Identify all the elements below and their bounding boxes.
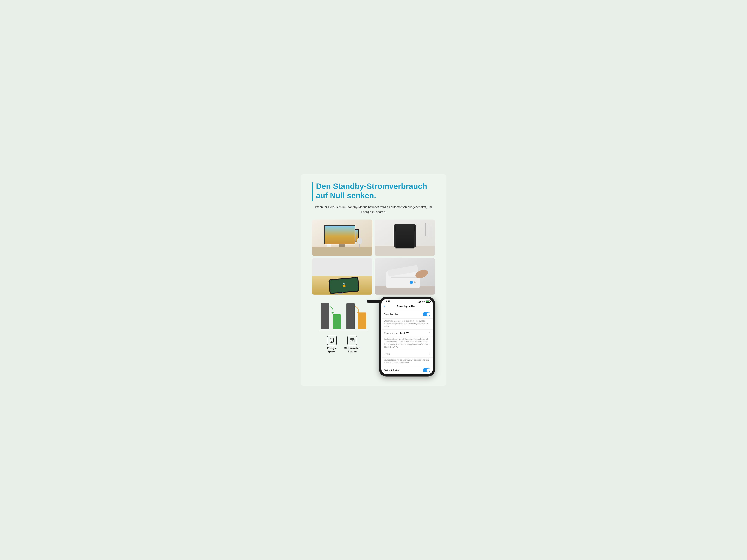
subtitle: Wenn Ihr Gerät sich im Standby-Modus bef… (312, 205, 435, 214)
threshold-label: Power off threshold (W) (384, 332, 409, 335)
status-icons: ▂▄▆ WiFi (418, 300, 430, 302)
phone-screen: 16:53 ▂▄▆ WiFi ‹ Standby Killer (381, 299, 433, 374)
svg-rect-5 (326, 230, 358, 242)
svg-rect-4 (325, 229, 359, 242)
svg-point-8 (357, 238, 362, 244)
bar-green (333, 314, 341, 329)
signal-bars: ▂▄▆ (418, 300, 421, 302)
cost-icon-box: $ (347, 336, 357, 345)
svg-rect-21 (406, 237, 408, 241)
svg-rect-13 (395, 226, 415, 232)
bar-orange (358, 313, 366, 329)
svg-point-15 (398, 234, 400, 236)
svg-point-16 (402, 234, 404, 236)
svg-rect-25 (312, 258, 372, 277)
svg-rect-11 (375, 246, 435, 256)
standby-killer-row: Standby killer (381, 310, 433, 319)
bar-dark-1 (321, 303, 329, 329)
bar-chart (319, 300, 368, 330)
standby-killer-toggle[interactable] (423, 312, 430, 316)
energy-icon-box (327, 336, 337, 345)
accent-bar (312, 182, 313, 201)
svg-rect-20 (402, 237, 403, 241)
svg-rect-34 (391, 277, 419, 278)
time-desc: Your appliance will be automatically pow… (381, 358, 433, 366)
battery-icon (426, 300, 430, 302)
svg-rect-14 (396, 226, 414, 231)
bottom-section: EnergieSparen $ StromkostenSparen (312, 300, 435, 376)
time-label: 5 min (384, 353, 390, 355)
svg-rect-6 (332, 242, 353, 243)
chevron-icon: › (429, 352, 430, 355)
main-title: Den Standby-Stromverbrauch auf Null senk… (316, 182, 435, 201)
icons-row: EnergieSparen $ StromkostenSparen (327, 336, 360, 353)
standby-killer-desc: When your appliance is in standby mode, … (381, 319, 433, 330)
svg-rect-19 (395, 240, 414, 247)
svg-rect-9 (359, 244, 360, 248)
screen-title: Standby Killer (387, 304, 426, 308)
main-card: Den Standby-Stromverbrauch auf Null senk… (301, 174, 446, 386)
image-phone-charge: 🔒 (312, 258, 372, 295)
svg-rect-3 (339, 243, 345, 247)
svg-rect-1 (312, 247, 372, 256)
bar-dark-2 (346, 303, 355, 329)
chart-group-2 (333, 314, 341, 329)
image-printer (375, 258, 435, 295)
threshold-row: Power off threshold (W) 8 (381, 330, 433, 337)
notification-label: Get notification (384, 369, 400, 372)
image-coffee (375, 219, 435, 256)
header: Den Standby-Stromverbrauch auf Null senk… (312, 182, 435, 201)
battery-fill (426, 301, 429, 302)
standby-killer-label: Standby killer (384, 313, 398, 316)
energy-label: EnergieSparen (327, 346, 337, 353)
back-button[interactable]: ‹ (384, 304, 385, 308)
chart-group-4 (358, 313, 366, 329)
chart-group-1 (321, 303, 329, 329)
icon-cost: $ StromkostenSparen (344, 336, 360, 353)
svg-marker-39 (332, 312, 334, 314)
phone-content: Standby killer When your appliance is in… (381, 310, 433, 374)
svg-rect-2 (330, 242, 354, 243)
time-row[interactable]: 5 min › (381, 350, 433, 358)
phone-header: ‹ Standby Killer (381, 303, 433, 310)
wifi-icon: WiFi (422, 300, 425, 302)
svg-rect-7 (327, 242, 331, 247)
svg-text:🔒: 🔒 (341, 283, 346, 288)
svg-point-17 (406, 234, 407, 236)
image-tv (312, 219, 372, 256)
notification-toggle[interactable] (423, 368, 430, 372)
threshold-value: 8 (429, 332, 430, 335)
icon-energy: EnergieSparen (327, 336, 337, 353)
svg-point-18 (409, 234, 411, 236)
images-grid: 🔒 (312, 219, 435, 295)
svg-point-36 (414, 282, 415, 283)
left-bottom: EnergieSparen $ StromkostenSparen (312, 300, 376, 353)
status-bar: 16:53 ▂▄▆ WiFi (381, 299, 433, 303)
svg-rect-42 (331, 339, 333, 340)
threshold-desc: Customize the power-off threshold. The a… (381, 337, 433, 350)
notification-row: Get notification (381, 366, 433, 374)
svg-rect-12 (394, 224, 416, 247)
phone-mockup: 16:53 ▂▄▆ WiFi ‹ Standby Killer (379, 297, 435, 376)
svg-point-35 (410, 281, 413, 284)
chart-group-3 (346, 303, 355, 329)
status-time: 16:53 (384, 300, 390, 303)
cost-label: StromkostenSparen (344, 346, 360, 353)
